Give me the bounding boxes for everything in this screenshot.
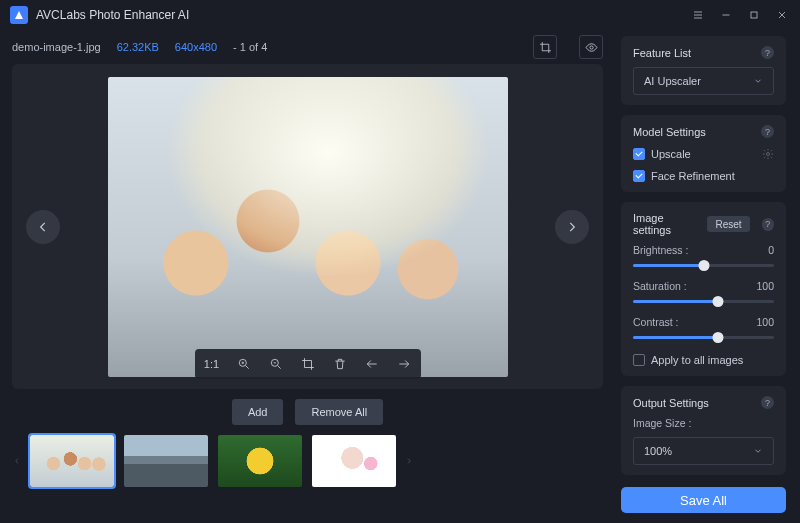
file-size[interactable]: 62.32KB xyxy=(117,41,159,53)
remove-all-button[interactable]: Remove All xyxy=(295,399,383,425)
prev-image-button[interactable] xyxy=(26,210,60,244)
output-settings-panel: Output Settings ? Image Size : 100% xyxy=(621,386,786,475)
reset-button[interactable]: Reset xyxy=(707,216,749,232)
maximize-button[interactable] xyxy=(742,3,766,27)
save-all-button[interactable]: Save All xyxy=(621,487,786,513)
filmstrip-actions: Add Remove All xyxy=(12,399,603,425)
upscale-checkbox[interactable] xyxy=(633,148,645,160)
help-icon[interactable]: ? xyxy=(761,396,774,409)
thumbnail-4[interactable] xyxy=(312,435,396,487)
image-size-select[interactable]: 100% xyxy=(633,437,774,465)
image-size-label: Image Size : xyxy=(633,417,774,429)
brightness-slider[interactable] xyxy=(633,258,774,272)
hamburger-icon[interactable] xyxy=(686,3,710,27)
contrast-label: Contrast : xyxy=(633,316,679,328)
close-button[interactable] xyxy=(770,3,794,27)
app-logo-icon xyxy=(10,6,28,24)
feature-select[interactable]: AI Upscaler xyxy=(633,67,774,95)
saturation-slider[interactable] xyxy=(633,294,774,308)
viewer-toolbar: 1:1 xyxy=(195,349,421,379)
feature-list-title: Feature List xyxy=(633,47,691,59)
file-dimensions[interactable]: 640x480 xyxy=(175,41,217,53)
image-settings-panel: Image settings Reset ? Brightness :0 Sat… xyxy=(621,202,786,376)
image-settings-title: Image settings xyxy=(633,212,701,236)
title-bar: AVCLabs Photo Enhancer AI xyxy=(0,0,800,30)
delete-icon[interactable] xyxy=(329,353,351,375)
redo-arrow-icon[interactable] xyxy=(393,353,415,375)
svg-point-4 xyxy=(767,153,770,156)
svg-point-1 xyxy=(589,45,592,48)
right-sidebar: Feature List ? AI Upscaler Model Setting… xyxy=(615,30,800,523)
preview-image xyxy=(108,77,508,377)
svg-rect-0 xyxy=(751,12,757,18)
file-index: - 1 of 4 xyxy=(233,41,267,53)
zoom-ratio-button[interactable]: 1:1 xyxy=(201,353,223,375)
filmstrip-next-icon[interactable] xyxy=(404,455,414,467)
image-info-bar: demo-image-1.jpg 62.32KB 640x480 - 1 of … xyxy=(12,36,603,58)
image-viewer: 1:1 xyxy=(12,64,603,389)
thumbnail-1[interactable] xyxy=(30,435,114,487)
app-title: AVCLabs Photo Enhancer AI xyxy=(36,8,682,22)
saturation-value: 100 xyxy=(756,280,774,292)
next-image-button[interactable] xyxy=(555,210,589,244)
crop-tool-icon[interactable] xyxy=(297,353,319,375)
chevron-down-icon xyxy=(753,76,763,86)
upscale-label: Upscale xyxy=(651,148,691,160)
help-icon[interactable]: ? xyxy=(761,125,774,138)
apply-all-label: Apply to all images xyxy=(651,354,743,366)
gear-icon[interactable] xyxy=(762,148,774,160)
zoom-out-icon[interactable] xyxy=(265,353,287,375)
feature-list-panel: Feature List ? AI Upscaler xyxy=(621,36,786,105)
add-button[interactable]: Add xyxy=(232,399,284,425)
apply-all-checkbox[interactable] xyxy=(633,354,645,366)
image-size-value: 100% xyxy=(644,445,672,457)
crop-icon[interactable] xyxy=(533,35,557,59)
help-icon[interactable]: ? xyxy=(761,46,774,59)
output-settings-title: Output Settings xyxy=(633,397,709,409)
face-refinement-checkbox[interactable] xyxy=(633,170,645,182)
eye-icon[interactable] xyxy=(579,35,603,59)
face-refinement-label: Face Refinement xyxy=(651,170,735,182)
model-settings-title: Model Settings xyxy=(633,126,706,138)
minimize-button[interactable] xyxy=(714,3,738,27)
file-name: demo-image-1.jpg xyxy=(12,41,101,53)
filmstrip-prev-icon[interactable] xyxy=(12,455,22,467)
undo-arrow-icon[interactable] xyxy=(361,353,383,375)
contrast-value: 100 xyxy=(756,316,774,328)
zoom-in-icon[interactable] xyxy=(233,353,255,375)
help-icon[interactable]: ? xyxy=(762,218,774,231)
thumbnail-3[interactable] xyxy=(218,435,302,487)
feature-select-value: AI Upscaler xyxy=(644,75,701,87)
chevron-down-icon xyxy=(753,446,763,456)
thumbnail-2[interactable] xyxy=(124,435,208,487)
saturation-label: Saturation : xyxy=(633,280,687,292)
brightness-value: 0 xyxy=(768,244,774,256)
main-area: demo-image-1.jpg 62.32KB 640x480 - 1 of … xyxy=(0,30,615,523)
model-settings-panel: Model Settings ? Upscale Face Refinement xyxy=(621,115,786,192)
contrast-slider[interactable] xyxy=(633,330,774,344)
brightness-label: Brightness : xyxy=(633,244,688,256)
filmstrip xyxy=(12,435,603,487)
